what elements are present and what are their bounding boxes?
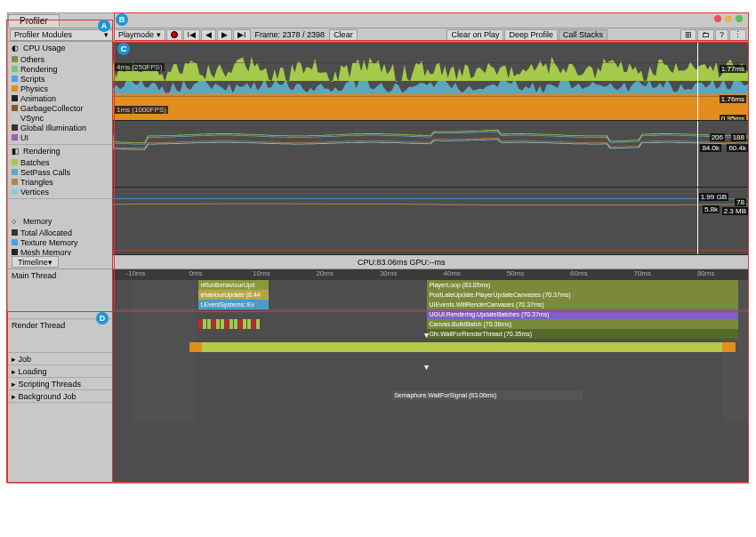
legend-item[interactable]: Batches <box>12 157 109 167</box>
memory-title: Memory <box>23 217 52 226</box>
timeline-view-dropdown[interactable]: Timeline ▾ <box>12 256 59 268</box>
legend-swatch <box>12 105 18 111</box>
timeline-canvas[interactable]: -10ms0ms10ms20ms30ms40ms50ms60ms70ms80ms… <box>113 269 748 483</box>
value-label: 206 <box>710 133 725 141</box>
memory-chart[interactable]: 1.99 GB785.8k2.3 MB2.0 KB <box>113 188 748 255</box>
forward-button[interactable]: ▶ <box>217 29 232 41</box>
legend-item[interactable]: Vertices <box>12 187 109 196</box>
thread-bgjob[interactable]: ▸ Background Job <box>8 390 112 403</box>
timeline-bar[interactable]: t.EventSystems::Ev <box>198 300 269 309</box>
value-label: 1.76ms <box>720 95 746 103</box>
save-icon[interactable]: ⊞ <box>680 29 696 41</box>
minimize-icon[interactable] <box>725 15 732 22</box>
call-stacks-button[interactable]: Call Stacks <box>559 29 607 41</box>
legend-swatch <box>12 66 18 72</box>
record-icon <box>171 31 178 38</box>
main-area: ◐CPU Usage OthersRenderingScriptsPhysics… <box>8 42 748 255</box>
clear-button[interactable]: Clear <box>329 29 358 41</box>
legend-item[interactable]: UI <box>12 132 109 142</box>
thread-scripting[interactable]: ▸ Scripting Threads <box>8 378 112 390</box>
modules-label: Profiler Modules <box>14 30 72 39</box>
legend-item[interactable]: Rendering <box>12 64 109 74</box>
value-label: 60.4k <box>727 144 748 152</box>
legend-item[interactable]: Total Allocated <box>12 228 109 237</box>
legend-label: Physics <box>20 84 48 93</box>
timeline-bar[interactable]: PlayerLoop (83.05ms) <box>427 280 738 290</box>
profiler-modules-dropdown[interactable]: Profiler Modules▾ <box>10 29 113 41</box>
back-button[interactable]: ◀ <box>201 29 216 41</box>
legend-label: Total Allocated <box>20 228 72 237</box>
window-controls <box>714 15 743 22</box>
record-button[interactable] <box>166 29 182 41</box>
legend-item[interactable]: SetPass Calls <box>12 167 109 177</box>
clear-on-play-button[interactable]: Clear on Play <box>446 29 503 41</box>
timeline-body: Main Thread Render Thread ▸ Job ▸ Loadin… <box>8 269 748 483</box>
annotation-badge-b: B <box>116 13 128 26</box>
timeline-bar[interactable]: ehaviourUpdate (8.44 <box>198 290 269 300</box>
legend-swatch <box>12 229 18 236</box>
value-label: 78 <box>735 198 746 206</box>
load-icon[interactable]: 🗀 <box>697 29 714 41</box>
legend-swatch <box>12 169 18 175</box>
deep-profile-button[interactable]: Deep Profile <box>504 29 558 41</box>
legend-swatch <box>12 249 18 255</box>
timeline-bar[interactable]: UIEvents.WillRenderCanvases (70.37ms) <box>427 300 738 309</box>
cpu-title: CPU Usage <box>23 44 66 52</box>
legend-label: Mesh Memory <box>20 248 71 256</box>
legend-item[interactable]: Triangles <box>12 177 109 187</box>
legend-item[interactable]: VSync <box>12 113 109 123</box>
legend-item[interactable]: Global Illumination <box>12 123 109 132</box>
legend-label: VSync <box>20 114 44 123</box>
legend-item[interactable]: Animation <box>12 93 109 103</box>
timeline-bar[interactable]: PostLateUpdate.PlayerUpdateCanvases (70.… <box>427 290 738 300</box>
sidebar: ◐CPU Usage OthersRenderingScriptsPhysics… <box>8 42 113 255</box>
profiler-tab[interactable]: Profiler <box>8 14 60 27</box>
rendering-module[interactable]: ◧Rendering BatchesSetPass CallsTriangles… <box>8 145 112 199</box>
legend-item[interactable]: GarbageCollector <box>12 103 109 113</box>
thread-render[interactable]: Render Thread <box>8 319 112 353</box>
cpu-chart[interactable]: 4ms (250FPS) 1ms (1000FPS) 1.77ms1.76ms0… <box>113 42 748 121</box>
frame-cursor[interactable] <box>697 42 698 120</box>
value-label: 1.77ms <box>720 65 746 73</box>
frame-cursor[interactable] <box>697 121 698 187</box>
legend-item[interactable]: Mesh Memory <box>12 247 109 255</box>
legend-label: Global Illumination <box>20 124 86 132</box>
memory-module[interactable]: ○Memory Total AllocatedTexture MemoryMes… <box>8 215 112 255</box>
timeline-bar[interactable]: Gfx.WaitForRenderThread (70.35ms) <box>427 329 738 339</box>
timeline-bar[interactable]: Canvas.BuildBatch (70.36ms) <box>427 319 738 329</box>
timeline-bar[interactable]: UGUI.Rendering.UpdateBatches (70.37ms) <box>427 309 738 319</box>
legend-item[interactable]: Scripts <box>12 74 109 84</box>
next-frame-button[interactable]: ▶I <box>233 29 251 41</box>
close-icon[interactable] <box>714 15 721 22</box>
legend-item[interactable]: Others <box>12 54 109 64</box>
rendering-chart[interactable]: 20618884.0k60.4k <box>113 121 748 188</box>
value-label: 1.99 GB <box>699 193 728 201</box>
legend-label: UI <box>20 133 28 142</box>
cpu-module[interactable]: ◐CPU Usage OthersRenderingScriptsPhysics… <box>8 42 112 145</box>
legend-swatch <box>12 56 18 62</box>
legend-swatch <box>12 159 18 165</box>
value-label: 2.3 MB <box>722 207 748 215</box>
thread-loading[interactable]: ▸ Loading <box>8 365 112 378</box>
legend-label: SetPass Calls <box>20 168 70 177</box>
legend-item[interactable]: Texture Memory <box>12 237 109 247</box>
legend-label: Others <box>20 55 44 64</box>
annotation-badge-a: A <box>98 20 110 32</box>
maximize-icon[interactable] <box>736 15 743 22</box>
timeline-bar[interactable]: Semaphore.WaitForSignal (83.06ms) <box>392 390 583 400</box>
help-icon[interactable]: ? <box>715 29 728 41</box>
thread-main[interactable]: Main Thread <box>8 269 112 319</box>
timeline-bar[interactable]: nRunBehaviourUpd <box>198 280 269 290</box>
cpu-icon: ◐ <box>12 44 20 52</box>
thread-list: Main Thread Render Thread ▸ Job ▸ Loadin… <box>8 269 113 483</box>
svg-rect-0 <box>113 94 748 120</box>
thread-job[interactable]: ▸ Job <box>8 353 112 365</box>
playmode-dropdown[interactable]: Playmode ▾ <box>114 29 165 41</box>
prev-frame-button[interactable]: I◀ <box>183 29 201 41</box>
frame-counter: Frame: 2378 / 2398 <box>252 30 329 39</box>
timeline-bar[interactable] <box>189 342 736 352</box>
axis-label: 4ms (250FPS) <box>115 63 165 71</box>
legend-item[interactable]: Physics <box>12 84 109 93</box>
profiler-window: Profiler Profiler Modules▾ Playmode ▾ I◀… <box>7 12 749 484</box>
menu-icon[interactable]: ⋮ <box>729 29 746 41</box>
